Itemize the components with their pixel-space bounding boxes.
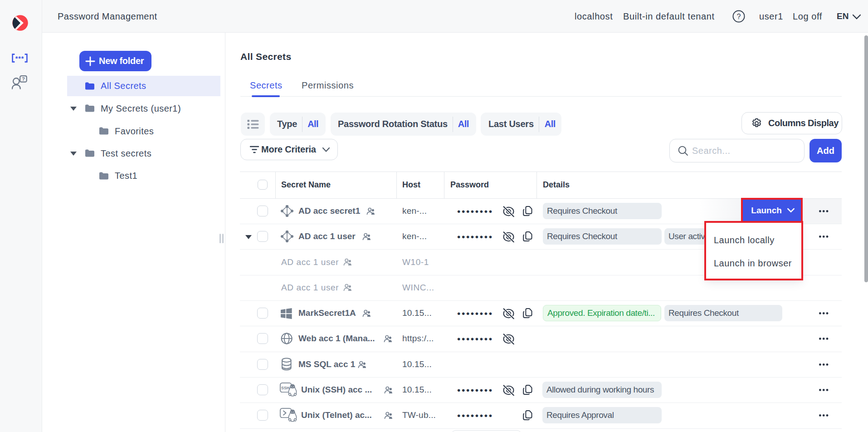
svg-text:?: ? <box>22 76 25 82</box>
svg-text:?: ? <box>737 13 741 20</box>
svg-text:***: *** <box>15 55 24 62</box>
